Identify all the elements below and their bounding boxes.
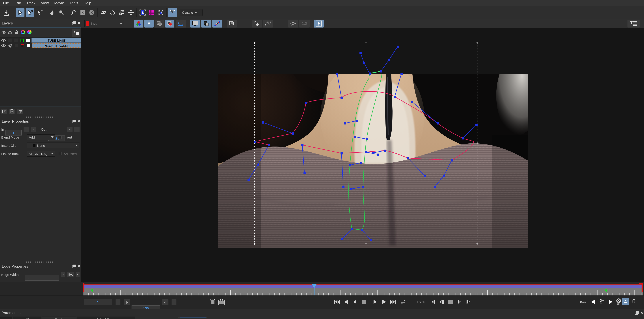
move-tool[interactable] bbox=[127, 8, 135, 17]
close-panel-icon[interactable]: × bbox=[78, 264, 80, 268]
close-panel-icon[interactable]: × bbox=[78, 22, 80, 25]
panel-resize-handle[interactable] bbox=[0, 106, 81, 106]
gear-cell-empty[interactable] bbox=[8, 38, 12, 42]
parameters-tab-all[interactable]: All bbox=[13, 316, 41, 319]
keyframe-marker[interactable] bbox=[90, 289, 93, 292]
menu-view[interactable]: View bbox=[41, 1, 49, 5]
blend-mode-dropdown[interactable]: Add bbox=[27, 134, 55, 140]
float-panel-icon[interactable] bbox=[72, 120, 76, 123]
stop-button[interactable] bbox=[360, 298, 368, 306]
export-button[interactable] bbox=[2, 8, 10, 17]
layer-outline-color-swatch[interactable] bbox=[20, 39, 24, 42]
layer-matte-swatch[interactable] bbox=[26, 39, 30, 42]
in-field[interactable]: 1 bbox=[5, 130, 22, 136]
overlay-opacity-field[interactable]: 0.5 bbox=[176, 20, 186, 28]
layer-name-label[interactable]: NECK TRACKER bbox=[32, 44, 82, 48]
zoom-tool[interactable] bbox=[57, 8, 66, 17]
select-bezier-tool[interactable]: B bbox=[26, 8, 34, 17]
uberkey-button[interactable]: Ü bbox=[630, 298, 637, 305]
alpha-channel-button[interactable]: A bbox=[144, 20, 154, 28]
track-stop-button[interactable] bbox=[447, 298, 454, 306]
delete-layer-button[interactable] bbox=[17, 108, 24, 114]
layer-row-tube-mask[interactable]: TUBE MASK bbox=[0, 38, 82, 43]
lasso-tool[interactable] bbox=[108, 8, 117, 17]
eye-icon[interactable] bbox=[1, 44, 6, 48]
edge-width-plus-button[interactable]: + bbox=[75, 272, 80, 278]
trim-in-button[interactable]: [- bbox=[30, 126, 37, 132]
go-to-end-button[interactable] bbox=[390, 298, 397, 306]
marquee-select-tool[interactable] bbox=[168, 8, 177, 17]
goto-in-button[interactable]: [- bbox=[124, 299, 130, 305]
menu-movie[interactable]: Movie bbox=[54, 1, 64, 5]
track-backward-button[interactable]: T bbox=[429, 298, 436, 306]
viewer-menu-button[interactable] bbox=[628, 20, 640, 28]
overlay-toggle-button[interactable] bbox=[155, 20, 164, 28]
rgb-channels-button[interactable] bbox=[134, 20, 143, 28]
stabilize-module-button[interactable]: S bbox=[138, 8, 147, 17]
layer-name-label[interactable]: TUBE MASK bbox=[32, 38, 82, 42]
delete-point-tool[interactable] bbox=[69, 8, 78, 17]
transform-tool[interactable] bbox=[118, 8, 126, 17]
ellipse-mask-tool[interactable] bbox=[88, 8, 96, 17]
viewer-canvas[interactable] bbox=[82, 28, 644, 282]
menu-edit[interactable]: Edit bbox=[14, 1, 21, 5]
close-panel-icon[interactable]: × bbox=[641, 311, 643, 314]
panel-drag-dots[interactable] bbox=[26, 262, 52, 263]
track-forward-button[interactable]: T bbox=[465, 298, 472, 306]
menu-track[interactable]: Track bbox=[26, 1, 35, 5]
edge-width-minus-button[interactable]: - bbox=[61, 272, 66, 278]
gain-field[interactable]: 1.0 bbox=[299, 20, 310, 28]
menu-tools[interactable]: Tools bbox=[70, 1, 78, 5]
insert-clip-dropdown[interactable]: None bbox=[27, 142, 80, 148]
show-frame-button[interactable] bbox=[190, 20, 200, 28]
trim-out-button[interactable]: -] bbox=[66, 126, 73, 132]
close-panel-icon[interactable]: × bbox=[78, 120, 80, 123]
set-out-button[interactable]: ] bbox=[74, 126, 80, 132]
new-group-button[interactable] bbox=[1, 108, 8, 114]
lock-cell-empty[interactable] bbox=[14, 38, 18, 42]
next-keyframe-button[interactable] bbox=[607, 298, 614, 306]
step-backward-button[interactable] bbox=[352, 298, 359, 306]
show-layers-button[interactable] bbox=[201, 20, 211, 28]
rect-mask-tool[interactable] bbox=[78, 8, 87, 17]
in-frame-field[interactable]: 1 bbox=[84, 299, 112, 305]
scrub-button[interactable] bbox=[252, 20, 262, 28]
timeline-out-marker[interactable] bbox=[642, 283, 643, 292]
panel-drag-dots[interactable] bbox=[26, 116, 52, 118]
select-tool[interactable] bbox=[16, 8, 24, 17]
parameters-tab-adjust-track[interactable]: Adjust Track bbox=[77, 316, 135, 319]
remove-module-button[interactable]: s bbox=[157, 8, 165, 17]
lens-module-button[interactable] bbox=[148, 8, 156, 17]
mask-overlay-button[interactable] bbox=[165, 20, 174, 28]
render-preview-button[interactable] bbox=[314, 20, 324, 28]
lock-cell-empty[interactable] bbox=[15, 44, 18, 48]
layer-row-neck-tracker[interactable]: NECK TRACKER bbox=[0, 43, 82, 48]
adjusted-checkbox[interactable] bbox=[58, 152, 62, 155]
layer-filter-button[interactable] bbox=[72, 29, 80, 37]
brightness-button[interactable] bbox=[288, 20, 298, 28]
menu-file[interactable]: File bbox=[3, 1, 9, 5]
pan-tool[interactable] bbox=[48, 8, 56, 17]
layer-matte-swatch[interactable] bbox=[26, 44, 30, 47]
parameters-tab-track[interactable]: Track bbox=[42, 316, 76, 319]
layer-outline-color-swatch[interactable] bbox=[21, 44, 24, 47]
zoom-to-inout-button[interactable] bbox=[209, 298, 216, 306]
go-to-start-button[interactable] bbox=[333, 298, 340, 306]
new-layer-button[interactable] bbox=[9, 108, 16, 114]
edge-width-set-button[interactable]: Set bbox=[66, 272, 74, 278]
timeline-ruler[interactable] bbox=[84, 288, 643, 296]
float-panel-icon[interactable] bbox=[635, 311, 638, 314]
set-in-button[interactable]: [ bbox=[115, 299, 120, 305]
invert-checkbox[interactable] bbox=[58, 136, 62, 139]
playhead-line[interactable] bbox=[314, 288, 314, 296]
link-to-track-dropdown[interactable]: NECK TRA( bbox=[27, 151, 55, 156]
show-curves-button[interactable] bbox=[263, 20, 273, 28]
play-forward-button[interactable] bbox=[380, 298, 388, 306]
delete-all-keys-button[interactable]: ALL bbox=[615, 298, 622, 306]
eye-icon[interactable] bbox=[1, 38, 6, 42]
autokey-button[interactable]: A bbox=[622, 298, 629, 305]
zoom-window-button[interactable] bbox=[227, 20, 237, 28]
keyframe-marker[interactable] bbox=[604, 289, 607, 292]
track-forward-frame-button[interactable]: T bbox=[456, 298, 463, 306]
step-forward-button[interactable] bbox=[371, 298, 378, 306]
